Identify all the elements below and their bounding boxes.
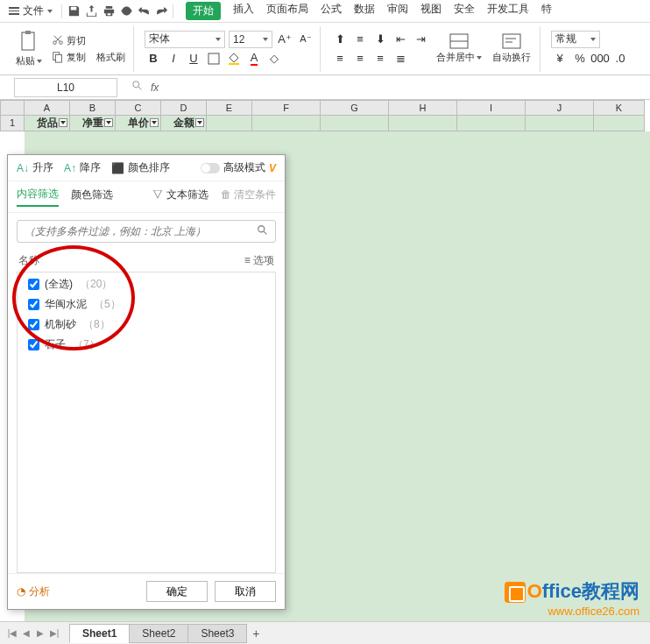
app-menu[interactable]: 文件 <box>4 4 58 18</box>
preview-icon[interactable] <box>118 4 134 19</box>
color-filter-tab[interactable]: 颜色筛选 <box>71 188 113 206</box>
header-cell-weight[interactable]: 净重 <box>70 116 116 131</box>
clear-format-button[interactable]: ◇ <box>265 50 283 67</box>
header-cell-product[interactable]: 货品 <box>25 116 70 131</box>
increase-indent-icon[interactable]: ⇥ <box>412 31 429 48</box>
merge-center-button[interactable]: 合并居中 <box>433 32 485 66</box>
filter-item[interactable]: 石子（7） <box>28 335 265 355</box>
col-header[interactable]: B <box>70 100 116 116</box>
underline-button[interactable]: U <box>185 50 202 67</box>
sheet-nav-first-icon[interactable]: |◀ <box>5 626 19 640</box>
decrease-decimal-icon[interactable]: .0 <box>611 50 629 67</box>
sheet-nav-last-icon[interactable]: ▶| <box>47 626 61 640</box>
tab-view[interactable]: 视图 <box>420 2 442 20</box>
distribute-icon[interactable]: ≣ <box>392 50 409 67</box>
col-header[interactable]: F <box>252 100 321 116</box>
tab-page-layout[interactable]: 页面布局 <box>266 2 308 20</box>
cell[interactable] <box>389 116 457 131</box>
tab-data[interactable]: 数据 <box>354 2 375 20</box>
col-header[interactable]: G <box>321 100 389 116</box>
cancel-button[interactable]: 取消 <box>215 581 276 602</box>
checkbox[interactable] <box>28 299 39 310</box>
col-header[interactable]: D <box>161 100 207 116</box>
sheet-nav-prev-icon[interactable]: ◀ <box>19 626 33 640</box>
align-top-icon[interactable]: ⬆ <box>331 31 349 48</box>
filter-dropdown-icon[interactable] <box>150 118 159 127</box>
auto-wrap-button[interactable]: 自动换行 <box>489 32 534 66</box>
format-painter-button[interactable]: 格式刷 <box>94 50 128 65</box>
filter-item[interactable]: 华闽水泥（5） <box>28 294 265 315</box>
italic-button[interactable]: I <box>165 50 182 67</box>
tab-special[interactable]: 特 <box>541 2 552 20</box>
ok-button[interactable]: 确定 <box>146 581 208 602</box>
analyze-button[interactable]: ◔分析 <box>17 584 50 599</box>
search-icon[interactable] <box>257 224 269 239</box>
comma-icon[interactable]: 000 <box>591 50 609 67</box>
checkbox[interactable] <box>28 319 39 330</box>
paste-button[interactable]: 粘贴 <box>12 28 46 69</box>
filter-dropdown-icon[interactable] <box>59 118 67 127</box>
border-button[interactable] <box>205 50 223 67</box>
copy-button[interactable]: 复制 <box>49 50 88 65</box>
tab-review[interactable]: 审阅 <box>387 2 408 20</box>
advanced-mode-toggle[interactable]: 高级模式 V <box>201 160 276 175</box>
cell[interactable] <box>321 116 389 131</box>
col-header[interactable]: A <box>25 100 70 116</box>
sort-desc-button[interactable]: A↑降序 <box>64 160 101 175</box>
row-header[interactable]: 1 <box>0 116 25 131</box>
font-color-button[interactable]: A <box>245 50 263 67</box>
tab-developer[interactable]: 开发工具 <box>487 2 529 20</box>
col-header[interactable]: K <box>594 100 645 116</box>
align-left-icon[interactable]: ≡ <box>331 50 349 67</box>
decrease-font-icon[interactable]: A⁻ <box>297 31 314 48</box>
sheet-tab[interactable]: Sheet2 <box>129 624 188 643</box>
export-icon[interactable] <box>83 4 99 19</box>
checkbox[interactable] <box>28 279 39 290</box>
fx-label[interactable]: fx <box>151 81 159 94</box>
decrease-indent-icon[interactable]: ⇤ <box>392 31 409 48</box>
sort-asc-button[interactable]: A↓升序 <box>17 160 53 175</box>
filter-item[interactable]: 机制砂（8） <box>28 315 265 335</box>
cut-button[interactable]: 剪切 <box>49 33 128 48</box>
font-name-select[interactable]: 宋体 <box>145 31 225 48</box>
percent-icon[interactable]: % <box>571 50 589 67</box>
col-header[interactable]: C <box>116 100 161 116</box>
align-right-icon[interactable]: ≡ <box>371 50 389 67</box>
select-all-corner[interactable] <box>0 100 25 116</box>
sheet-tab[interactable]: Sheet3 <box>187 624 247 643</box>
number-format-select[interactable]: 常规 <box>551 31 600 48</box>
color-sort-button[interactable]: ⬛颜色排序 <box>111 160 170 175</box>
checkbox[interactable] <box>28 339 39 350</box>
tab-start[interactable]: 开始 <box>186 2 221 20</box>
increase-font-icon[interactable]: A⁺ <box>276 31 293 48</box>
sheet-nav-next-icon[interactable]: ▶ <box>33 626 47 640</box>
tab-insert[interactable]: 插入 <box>233 2 254 20</box>
options-button[interactable]: ≡ 选项 <box>244 253 274 268</box>
font-size-select[interactable]: 12 <box>229 31 272 48</box>
cell[interactable] <box>457 116 526 131</box>
add-sheet-button[interactable]: + <box>247 626 265 640</box>
col-header[interactable]: H <box>389 100 457 116</box>
header-cell-amount[interactable]: 金额 <box>161 116 207 131</box>
redo-icon[interactable] <box>153 4 169 19</box>
align-bottom-icon[interactable]: ⬇ <box>371 31 389 48</box>
fill-color-button[interactable] <box>225 50 243 67</box>
save-icon[interactable] <box>66 4 81 19</box>
col-header[interactable]: J <box>526 100 594 116</box>
cell[interactable] <box>594 116 645 131</box>
filter-dropdown-icon[interactable] <box>104 118 113 127</box>
filter-item-all[interactable]: (全选)（20） <box>28 274 265 294</box>
align-center-icon[interactable]: ≡ <box>351 50 369 67</box>
tab-security[interactable]: 安全 <box>454 2 475 20</box>
col-header[interactable]: E <box>207 100 252 116</box>
search-icon[interactable] <box>131 80 144 95</box>
cell[interactable] <box>526 116 594 131</box>
filter-dropdown-icon[interactable] <box>195 118 204 127</box>
header-cell-price[interactable]: 单价 <box>116 116 161 131</box>
text-filter-button[interactable]: ▽ 文本筛选 <box>152 188 208 206</box>
align-middle-icon[interactable]: ≡ <box>351 31 369 48</box>
clear-filter-button[interactable]: 🗑 清空条件 <box>221 188 276 206</box>
cell[interactable] <box>252 116 321 131</box>
cell[interactable] <box>207 116 252 131</box>
name-box[interactable]: L10 <box>14 78 117 97</box>
